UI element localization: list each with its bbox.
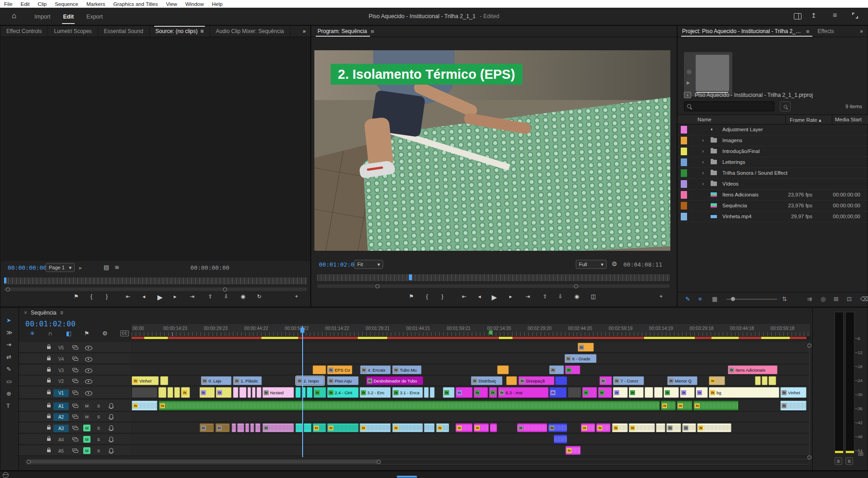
project-file-row[interactable]: t Piso Aquecido - Institucional - Trilha… bbox=[684, 92, 813, 98]
timeline-clip[interactable] bbox=[256, 387, 261, 398]
column-name[interactable]: Name bbox=[697, 117, 711, 122]
timeline-clip-tubo-mu[interactable]: fxTubo Mu bbox=[392, 365, 422, 374]
ripple-edit-tool[interactable]: ⇥ bbox=[6, 342, 11, 348]
lock-icon[interactable] bbox=[47, 449, 51, 452]
add-marker-button[interactable]: ⚑ bbox=[409, 294, 414, 299]
search-input[interactable] bbox=[684, 101, 774, 111]
timeline-clip-4-encaix[interactable]: fx4. Encaix bbox=[360, 365, 391, 374]
slip-tool[interactable]: ⇄ bbox=[6, 354, 11, 360]
timeline-clip[interactable]: fx bbox=[360, 423, 391, 432]
lock-icon[interactable] bbox=[47, 405, 51, 407]
timeline-clip[interactable]: fx bbox=[680, 387, 695, 398]
program-timecode[interactable]: 00:01:02:00 bbox=[319, 261, 358, 268]
source-scrub-bar[interactable] bbox=[4, 277, 307, 284]
source-zoom-handle-left[interactable] bbox=[6, 287, 10, 292]
project-row-adjustment-layer[interactable]: ◐Adjustment Layer bbox=[678, 124, 868, 135]
lock-icon[interactable] bbox=[47, 346, 51, 349]
project-row-imagens[interactable]: ›Imagens bbox=[678, 135, 868, 146]
step-back-button[interactable]: ◂ bbox=[478, 294, 481, 299]
timeline-clip[interactable] bbox=[233, 387, 238, 398]
timeline-clip[interactable]: fx bbox=[598, 387, 612, 398]
timeline-clip-0-laje[interactable]: fx0. Laje bbox=[201, 376, 232, 385]
timeline-clip-vinhet[interactable]: fxVinhet bbox=[780, 387, 806, 398]
project-row-letterings[interactable]: ›Letterings bbox=[678, 157, 868, 168]
timeline-clip[interactable] bbox=[237, 423, 244, 432]
menu-clip[interactable]: Clip bbox=[33, 1, 51, 7]
source-patch-icon[interactable] bbox=[72, 379, 78, 383]
tab-source-no-clips-[interactable]: Source: (no clips)≡ bbox=[150, 26, 210, 37]
extract-button[interactable]: ⇩ bbox=[224, 294, 228, 299]
source-patch-icon[interactable] bbox=[72, 415, 78, 419]
panel-menu-icon[interactable]: ≡ bbox=[806, 29, 810, 34]
tab-effect-controls[interactable]: Effect Controls bbox=[0, 26, 48, 37]
timeline-clip[interactable]: fx bbox=[677, 401, 693, 411]
label-color-swatch[interactable] bbox=[681, 202, 687, 210]
eye-icon[interactable] bbox=[85, 357, 92, 362]
timeline-clip-dissipa-[interactable]: fxDissipaçã bbox=[518, 376, 555, 385]
slider-knob[interactable] bbox=[731, 297, 735, 301]
source-timecode[interactable]: 00:00:00:00 bbox=[8, 264, 47, 271]
timeline-clip[interactable]: fx bbox=[216, 387, 232, 398]
expander-icon[interactable]: › bbox=[702, 181, 704, 187]
program-zoom-scrollbar[interactable] bbox=[317, 284, 670, 288]
timeline-clip[interactable]: fx bbox=[613, 387, 628, 398]
timeline-clip[interactable]: fx bbox=[709, 376, 725, 385]
timeline-clip[interactable]: fx bbox=[443, 387, 455, 398]
sync-status-icon[interactable] bbox=[3, 472, 9, 478]
timeline-clip-2-isopo[interactable]: fx2. Isopo bbox=[296, 376, 324, 385]
timeline-clip-3-2-enc[interactable]: fx3.2 - Enc bbox=[360, 387, 391, 398]
solo-button[interactable]: S bbox=[95, 425, 102, 431]
timeline-clip-distribui-[interactable]: fxDistribuiç bbox=[471, 376, 503, 385]
program-zoom-handle-left[interactable] bbox=[375, 284, 379, 288]
timeline-clip-3-1-enca[interactable]: fx3.1 - Enca bbox=[392, 387, 423, 398]
workspaces-icon[interactable] bbox=[794, 13, 802, 19]
solo-button[interactable]: S bbox=[95, 436, 102, 443]
expander-icon[interactable]: › bbox=[702, 170, 704, 176]
project-row-trilha-sonora-sound-effect[interactable]: ›Trilha Sonora / Sound Effect bbox=[678, 168, 868, 179]
timeline-clip[interactable] bbox=[768, 376, 776, 385]
timeline-clip[interactable] bbox=[307, 387, 313, 398]
timeline-clip[interactable]: fx bbox=[392, 423, 423, 432]
track-name-a3[interactable]: A3 bbox=[53, 425, 69, 432]
step-back-button[interactable]: ◂ bbox=[142, 294, 145, 299]
menu-help[interactable]: Help bbox=[208, 1, 227, 7]
loop-button[interactable]: ↻ bbox=[257, 294, 261, 299]
button-editor-button[interactable]: + bbox=[659, 294, 663, 299]
project-row-itens-adicionais[interactable]: Itens Adicionais23,976 fps00:00:00:00 bbox=[678, 190, 868, 201]
timeline-clip[interactable]: fx bbox=[612, 423, 628, 432]
go-to-in-button[interactable]: ⇤ bbox=[126, 294, 130, 299]
timeline-clip[interactable] bbox=[424, 423, 435, 432]
timeline-clip[interactable]: fx bbox=[578, 343, 594, 352]
track-name-v3[interactable]: V3 bbox=[53, 367, 69, 374]
project-row-vinheta-mp4[interactable]: Vinheta.mp429,97 fps00;00;00;00 bbox=[678, 211, 868, 222]
solo-button-left[interactable]: S bbox=[835, 457, 842, 465]
timeline-clip[interactable] bbox=[174, 387, 180, 398]
lock-icon[interactable] bbox=[47, 369, 51, 372]
hscroll-handle-right[interactable] bbox=[377, 460, 381, 464]
timeline-timecode[interactable]: 00:01:02:00 bbox=[25, 320, 76, 328]
timeline-clip[interactable] bbox=[555, 376, 567, 385]
timeline-clip[interactable]: fx bbox=[549, 365, 564, 374]
mute-button[interactable]: M bbox=[83, 414, 90, 421]
label-color-swatch[interactable] bbox=[681, 213, 687, 220]
timeline-clip[interactable]: fx bbox=[455, 387, 473, 398]
expander-icon[interactable]: › bbox=[702, 159, 704, 165]
track-name-a2[interactable]: A2 bbox=[53, 413, 69, 421]
button-editor-button[interactable]: + bbox=[295, 294, 298, 299]
timeline-clip[interactable] bbox=[255, 423, 261, 432]
timeline-clip[interactable]: fx bbox=[548, 423, 567, 432]
timeline-clip[interactable]: fx bbox=[474, 423, 489, 432]
insert-overwrite-sequences-button[interactable]: ✳ bbox=[30, 330, 35, 336]
timeline-clip-nested[interactable]: fxNested bbox=[262, 387, 294, 398]
timeline-clip-eps-co[interactable]: fxEPS Co bbox=[327, 365, 352, 374]
timeline-clip[interactable]: fx bbox=[313, 423, 326, 432]
timeline-clip[interactable] bbox=[247, 387, 251, 398]
timeline-clip[interactable] bbox=[313, 365, 326, 374]
timeline-clip[interactable] bbox=[167, 387, 173, 398]
label-color-swatch[interactable] bbox=[681, 191, 687, 199]
timeline-clip[interactable]: fx bbox=[581, 423, 595, 432]
panel-menu-icon[interactable]: ≡ bbox=[200, 28, 204, 34]
timeline-clip[interactable]: fx bbox=[181, 387, 190, 398]
timeline-clip-6-grade[interactable]: fx6 - Grade bbox=[564, 354, 597, 363]
timeline-tab[interactable]: × Sequência ≡ bbox=[24, 310, 63, 316]
